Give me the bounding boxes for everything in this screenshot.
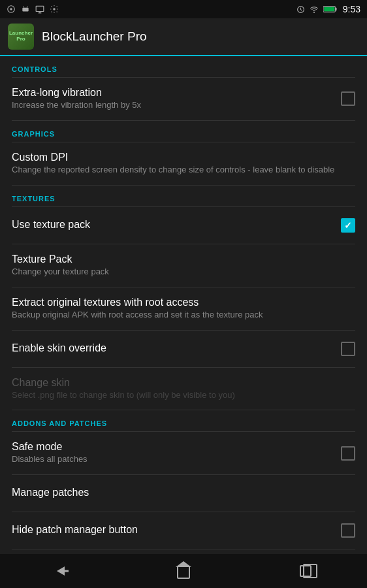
- setting-item-text-manage-patches: Manage patches: [12, 487, 355, 500]
- svg-rect-12: [335, 8, 336, 10]
- section-header-graphics: GRAPHICS: [0, 121, 367, 142]
- screen-icon: [35, 5, 44, 14]
- checkbox-hide-patch-manager-button[interactable]: [341, 523, 355, 538]
- setting-item-subtitle-extra-long-vibration: Increase the vibration length by 5x: [12, 100, 333, 111]
- back-icon: [54, 565, 69, 577]
- setting-item-custom-dpi[interactable]: Custom DPIChange the reported screen den…: [0, 142, 367, 185]
- checkbox-enable-skin-override[interactable]: [341, 342, 355, 356]
- status-bar: 9:53: [0, 0, 367, 18]
- time-display: 9:53: [343, 4, 360, 14]
- app-icon: Launcher Pro: [8, 24, 34, 50]
- setting-item-hide-patch-manager-button[interactable]: Hide patch manager button: [0, 512, 367, 549]
- back-button[interactable]: [42, 558, 81, 584]
- home-button[interactable]: [164, 558, 203, 584]
- svg-rect-2: [22, 8, 28, 12]
- status-bar-right-icons: 9:53: [296, 4, 360, 14]
- settings-scroll-content[interactable]: CONTROLSExtra-long vibrationIncrease the…: [0, 56, 367, 554]
- android-icon: [21, 5, 30, 14]
- setting-item-text-enable-skin-override: Enable skin override: [12, 342, 341, 355]
- setting-item-title-hide-patch-manager-button: Hide patch manager button: [12, 524, 333, 536]
- setting-item-subtitle-safe-mode: Disables all patches: [12, 454, 333, 465]
- setting-item-text-texture-pack: Texture PackChange your texture pack: [12, 253, 355, 278]
- setting-item-extra-long-vibration[interactable]: Extra-long vibrationIncrease the vibrati…: [0, 78, 367, 120]
- battery-icon: [323, 5, 338, 13]
- clock-icon: [296, 5, 305, 14]
- setting-item-title-change-skin: Change skin: [12, 377, 347, 389]
- status-bar-left-icons: [7, 5, 59, 14]
- phone-icon: [7, 5, 16, 14]
- checkbox-extra-long-vibration[interactable]: [341, 91, 355, 106]
- setting-item-title-safe-mode: Safe mode: [12, 441, 333, 453]
- section-header-controls: CONTROLS: [0, 56, 367, 77]
- app-icon-label: Launcher Pro: [8, 31, 34, 42]
- setting-item-text-extra-long-vibration: Extra-long vibrationIncrease the vibrati…: [12, 87, 341, 111]
- setting-item-change-skin[interactable]: Change skinSelect .png file to change sk…: [0, 368, 367, 410]
- app-title: BlockLauncher Pro: [42, 29, 147, 44]
- setting-item-title-extra-long-vibration: Extra-long vibration: [12, 87, 333, 99]
- svg-point-8: [53, 8, 56, 10]
- setting-item-title-extract-original-textures: Extract original textures with root acce…: [12, 297, 347, 308]
- checkbox-safe-mode[interactable]: [341, 446, 355, 461]
- setting-item-title-use-texture-pack: Use texture pack: [12, 219, 333, 231]
- setting-item-text-extract-original-textures: Extract original textures with root acce…: [12, 297, 355, 321]
- divider-hide-patch-manager-button: [12, 549, 355, 549]
- recents-icon: [300, 565, 311, 577]
- section-header-addons-patches: ADDONS AND PATCHES: [0, 410, 367, 431]
- setting-item-subtitle-extract-original-textures: Backup original APK with root access and…: [12, 310, 347, 321]
- svg-point-10: [313, 12, 314, 12]
- setting-item-title-texture-pack: Texture Pack: [12, 253, 347, 265]
- app-bar: Launcher Pro BlockLauncher Pro: [0, 18, 367, 56]
- setting-item-text-custom-dpi: Custom DPIChange the reported screen den…: [12, 152, 355, 176]
- section-header-textures: TEXTURES: [0, 186, 367, 206]
- svg-rect-5: [36, 6, 44, 11]
- setting-item-manage-patches[interactable]: Manage patches: [0, 475, 367, 512]
- setting-item-enable-skin-override[interactable]: Enable skin override: [0, 331, 367, 367]
- setting-item-text-hide-patch-manager-button: Hide patch manager button: [12, 524, 341, 537]
- svg-point-1: [10, 8, 12, 10]
- svg-rect-13: [324, 7, 334, 12]
- svg-line-3: [24, 6, 24, 7]
- setting-item-subtitle-change-skin: Select .png file to change skin to (will…: [12, 390, 347, 401]
- home-icon: [177, 566, 190, 579]
- recents-button[interactable]: [286, 558, 325, 584]
- svg-line-4: [27, 6, 27, 7]
- settings-icon: [50, 5, 59, 14]
- setting-item-title-enable-skin-override: Enable skin override: [12, 342, 333, 354]
- setting-item-text-use-texture-pack: Use texture pack: [12, 219, 341, 232]
- setting-item-extract-original-textures[interactable]: Extract original textures with root acce…: [0, 287, 367, 330]
- setting-item-texture-pack[interactable]: Texture PackChange your texture pack: [0, 244, 367, 287]
- setting-item-title-custom-dpi: Custom DPI: [12, 152, 347, 163]
- setting-item-title-manage-patches: Manage patches: [12, 487, 347, 498]
- setting-item-text-change-skin: Change skinSelect .png file to change sk…: [12, 377, 355, 401]
- setting-item-use-texture-pack[interactable]: Use texture pack: [0, 207, 367, 244]
- setting-item-safe-mode[interactable]: Safe modeDisables all patches: [0, 432, 367, 474]
- wifi-icon: [309, 5, 319, 14]
- setting-item-subtitle-custom-dpi: Change the reported screen density to ch…: [12, 165, 347, 176]
- checkbox-use-texture-pack[interactable]: [341, 218, 355, 233]
- setting-item-text-safe-mode: Safe modeDisables all patches: [12, 441, 341, 465]
- navigation-bar: [0, 554, 367, 588]
- setting-item-subtitle-texture-pack: Change your texture pack: [12, 267, 347, 278]
